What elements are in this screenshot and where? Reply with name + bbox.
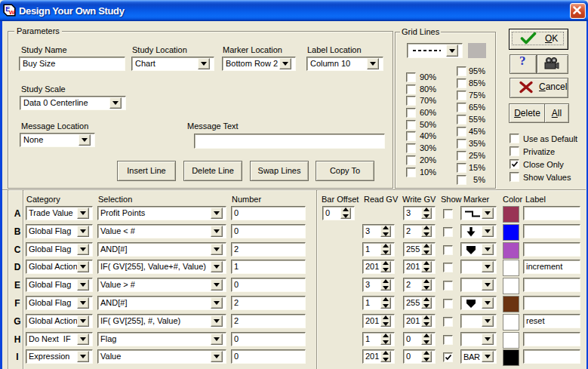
svg-text:W: W (9, 9, 15, 16)
